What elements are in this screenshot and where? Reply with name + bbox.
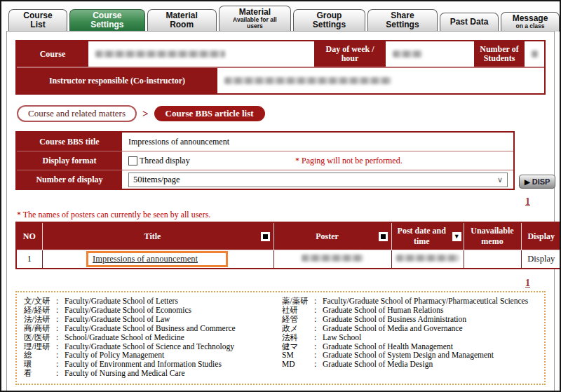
course-label: Course [17,41,88,67]
bbs-title-value: Impressions of announcement [123,133,513,151]
tab-material-room[interactable]: Material Room [147,9,217,32]
article-no: 1 [16,250,42,269]
legend-item: 法科:Law School [282,333,537,342]
breadcrumb-separator: > [142,108,149,120]
breadcrumb: Course and related matters > Course BBS … [17,105,546,122]
tab-label: Material Room [155,11,209,29]
instructor-value [219,68,544,93]
play-icon: ▶ [525,178,530,186]
tab-past-data[interactable]: Past Data [440,13,499,32]
day-of-week-label: Day of week / hour [314,41,386,67]
tab-label: Course List [16,11,60,29]
redacted-date-value [396,255,459,262]
page-link-1-bottom[interactable]: 1 [525,278,530,288]
disp-button[interactable]: ▶DISP [519,175,555,189]
sort-date-desc-icon[interactable]: ▼ [452,232,461,241]
tab-sublabel: on a class [515,23,544,29]
tab-label: Group Settings [301,11,358,29]
annotation-highlight-box: Impressions of announcement [86,251,228,267]
number-of-display-value: 50items/page ∨ [123,170,513,189]
number-of-students-label: Number of Students [474,41,525,67]
col-title: Title [42,222,273,250]
thread-display-label: Thread display [140,156,190,166]
display-format-value: Thread display * Paging will not be perf… [123,151,513,170]
tab-label: Share Settings [375,11,430,29]
article-title-cell: Impressions of announcement [42,250,273,269]
legend-item: 医/医研:School/Graduate School of Medicine [24,333,282,342]
main-panel: Course Day of week / hour Number of Stud… [6,31,555,392]
sort-title-icon[interactable] [261,232,270,241]
redacted-instructor-value [224,77,391,84]
legend-item: 社研:Graduate School of Human Relations [282,306,537,315]
col-no: NO [16,222,42,250]
display-format-label: Display format [17,151,122,170]
faculty-legend: 文/文研:Faculty/Graduate School of Letters … [15,291,546,385]
legend-item: 文/文研:Faculty/Graduate School of Letters [24,297,282,306]
tab-sublabel: Available for all users [227,17,284,29]
items-per-page-select[interactable]: 50items/page ∨ [128,173,508,187]
instructor-label: Instructor responsible (Co-instructor) [17,68,217,93]
tab-bar: Course List Course Settings Material Roo… [1,1,560,32]
chevron-down-icon: ∨ [497,175,503,184]
legend-item: SM:Graduate School of System Design and … [282,351,537,360]
number-of-display-label: Number of display [17,170,122,189]
tab-group-settings[interactable]: Group Settings [293,9,365,32]
legend-item: 薬/薬研:Faculty/Graduate School of Pharmacy… [282,297,537,306]
pagination-top: 1 [15,196,546,208]
legend-item: 政メ:Graduate School of Media and Governan… [282,324,537,333]
course-value [90,41,313,67]
article-poster [273,250,391,269]
page-link-1-top[interactable]: 1 [525,196,530,207]
legend-item: 経/経研:Faculty/Graduate School of Economic… [24,306,282,315]
tab-material-all-users[interactable]: Material Available for all users [219,6,292,32]
redacted-poster-value [302,255,363,262]
legend-left-column: 文/文研:Faculty/Graduate School of Letters … [24,297,282,378]
posters-visibility-note: * The names of posters can currently be … [17,210,546,220]
page-frame: Course List Course Settings Material Roo… [0,0,561,392]
col-poster-label: Poster [276,231,379,242]
col-title-label: Title [45,231,261,242]
legend-item: 経管:Graduate School of Business Administr… [282,315,537,324]
bbs-title-label: Course BBS title [17,133,122,151]
legend-item: 理/理研:Faculty/Graduate School of Science … [24,342,282,351]
paging-note: * Paging will not be performed. [190,156,508,166]
legend-item: 看:Faculty of Nursing and Medical Care [24,369,282,378]
legend-right-column: 薬/薬研:Faculty/Graduate School of Pharmacy… [282,297,537,378]
col-poster: Poster [273,222,391,250]
redacted-day-value [393,50,422,58]
legend-item: 健マ:Graduate School of Health Management [282,342,537,351]
number-of-students-value [526,41,544,67]
article-row: 1 Impressions of announcement Display [16,250,561,269]
items-per-page-selected: 50items/page [133,175,180,185]
article-header-row: NO Title Poster Post date and time [16,222,561,250]
thread-display-checkbox[interactable] [128,156,137,165]
article-display: Display [521,250,561,269]
legend-item: 総:Faculty of Policy Management [24,351,282,360]
bbs-form-table: Course BBS title Impressions of announce… [15,131,515,190]
col-post-date-label: Post date and time [394,226,450,247]
bbs-form: Course BBS title Impressions of announce… [15,131,546,190]
col-memo: Unavailable memo [464,222,521,250]
tab-label: Past Data [450,18,489,27]
col-display: Display [521,222,561,250]
col-post-date: Post date and time ▼ [391,222,464,250]
tab-course-settings[interactable]: Course Settings [69,9,145,32]
tab-message[interactable]: Message on a class [501,12,560,32]
redacted-students-value [532,50,538,58]
legend-item: 商/商研:Faculty/Graduate School of Business… [24,324,282,333]
article-post-date [391,250,464,269]
disp-button-label: DISP [532,177,550,186]
legend-item: MD:Graduate School of Media Design [282,360,537,369]
legend-item: 環:Faculty of Environment and Information… [24,360,282,369]
tab-share-settings[interactable]: Share Settings [367,9,438,32]
breadcrumb-parent-button[interactable]: Course and related matters [17,105,137,122]
article-table: NO Title Poster Post date and time [15,222,561,269]
article-title-link[interactable]: Impressions of announcement [93,254,198,264]
article-memo [464,250,521,269]
course-info-table: Course Day of week / hour Number of Stud… [15,40,546,95]
sort-poster-icon[interactable] [379,232,388,241]
tab-course-list[interactable]: Course List [8,9,67,32]
redacted-course-value [95,50,225,58]
breadcrumb-current: Course BBS article list [154,106,265,121]
pagination-bottom: 1 [15,278,546,289]
